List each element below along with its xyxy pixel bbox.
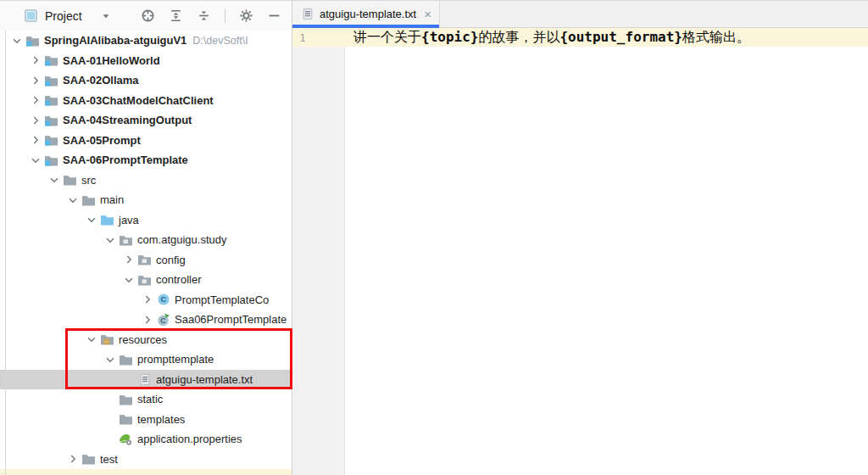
chevron-down-icon[interactable] [46, 173, 63, 187]
tree-row-label: resources [119, 333, 167, 346]
settings-button[interactable] [239, 8, 253, 23]
tree-row-label: PromptTemplateCo [175, 293, 269, 306]
chevron-down-icon[interactable] [83, 213, 100, 226]
folder-icon [119, 412, 133, 426]
project-tool-window-icon [25, 9, 37, 22]
tree-row-label: test [100, 453, 118, 466]
tree-row[interactable]: CPromptTemplateCo [0, 290, 292, 310]
hide-icon [267, 8, 281, 23]
editor-panel: atguigu-template.txt × 1 讲一个关于{topic}的故事… [292, 0, 868, 475]
tree-row-path-suffix: D:\devSoft\I [192, 35, 248, 47]
svg-text:C: C [160, 316, 166, 325]
chevron-right-icon[interactable] [27, 74, 44, 87]
tree-row-label: prompttemplate [137, 353, 214, 366]
plain-text: 的故事，并以 [478, 29, 559, 45]
tree-row[interactable]: java [0, 210, 292, 231]
chevron-down-icon[interactable] [120, 273, 137, 287]
tree-row[interactable]: SpringAIAlibaba-atguiguV1D:\devSoft\I [0, 31, 292, 51]
tree-row[interactable]: config [0, 250, 292, 271]
tree-row-label: application.properties [137, 433, 242, 445]
module-icon [44, 154, 58, 167]
tree-row[interactable]: prompttemplate [0, 349, 292, 370]
class-icon: C [156, 293, 170, 306]
tree-row[interactable]: SAA-01HelloWorld [0, 51, 292, 71]
tree-row[interactable]: controller [0, 270, 292, 290]
module-icon [44, 74, 58, 87]
editor-line-content: 讲一个关于{topic}的故事，并以{output_format}格式输出。 [353, 29, 750, 47]
package-icon [137, 273, 152, 287]
folder-icon [63, 173, 77, 187]
tree-row[interactable]: SAA-04StreamingOutput [0, 110, 292, 131]
chevron-down-icon[interactable] [101, 11, 111, 21]
tree-row[interactable]: atguigu-template.txt [0, 370, 292, 390]
locate-icon [141, 8, 155, 23]
hide-button[interactable] [267, 8, 281, 23]
chevron-right-icon[interactable] [139, 293, 156, 306]
chevron-down-icon[interactable] [83, 332, 100, 346]
module-icon [44, 93, 58, 107]
tab-label: atguigu-template.txt [320, 8, 416, 20]
tree-row-label: src [81, 174, 96, 187]
module-icon [25, 34, 40, 48]
tree-row[interactable]: com.atguigu.study [0, 230, 292, 250]
template-placeholder-token: {output_format} [559, 29, 682, 45]
chevron-down-icon[interactable] [64, 193, 81, 207]
tree-row-label: SAA-04StreamingOutput [63, 114, 192, 126]
tree-row[interactable]: SAA-02Ollama [0, 70, 292, 91]
tree-row[interactable]: SAA-05Prompt [0, 131, 292, 151]
collapse-all-icon [197, 8, 211, 23]
template-placeholder-token: {topic} [421, 29, 478, 45]
chevron-spacer [102, 412, 119, 426]
tree-row-label: templates [137, 413, 185, 426]
panel-left-line [5, 31, 6, 475]
tree-row[interactable]: SAA-03ChatModelChatClient [0, 91, 292, 111]
tree-row[interactable]: templates [0, 410, 292, 430]
chevron-spacer [102, 433, 119, 446]
tree-row[interactable]: resources [0, 330, 292, 350]
chevron-right-icon[interactable] [120, 253, 137, 266]
tree-row[interactable]: test [0, 450, 292, 470]
chevron-spacer [120, 372, 137, 386]
project-panel: Project SpringAIAlibaba-atguiguV1D:\devS… [0, 0, 292, 475]
chevron-down-icon[interactable] [27, 154, 44, 167]
package-icon [119, 233, 133, 247]
tree-row[interactable]: application.properties [0, 429, 292, 450]
module-icon [44, 133, 58, 147]
project-tree: SpringAIAlibaba-atguiguV1D:\devSoft\ISAA… [0, 31, 292, 475]
tree-row-label: SAA-06PromptTemplate [63, 154, 188, 166]
project-panel-title[interactable]: Project [45, 9, 82, 23]
folder-icon [119, 353, 133, 366]
tree-row[interactable]: static [0, 389, 292, 410]
chevron-right-icon[interactable] [27, 53, 44, 67]
tree-row[interactable]: main [0, 190, 292, 210]
chevron-right-icon[interactable] [27, 114, 44, 127]
tree-row[interactable]: CSaa06PromptTemplate [0, 310, 292, 330]
tree-row-label: main [100, 193, 124, 206]
editor-tab-bar: atguigu-template.txt × [292, 0, 868, 28]
editor-caret-line: 1 讲一个关于{topic}的故事，并以{output_format}格式输出。 [292, 28, 868, 47]
editor-gutter [292, 47, 345, 475]
chevron-right-icon[interactable] [27, 133, 44, 147]
chevron-down-icon[interactable] [102, 353, 119, 366]
gutter-line-number: 1 [292, 31, 345, 44]
chevron-down-icon[interactable] [102, 233, 119, 247]
spring-icon [119, 433, 133, 446]
tree-row[interactable] [0, 469, 292, 475]
tree-row-label: SAA-05Prompt [63, 134, 141, 147]
tree-row[interactable]: src [0, 170, 292, 191]
tree-row-label: static [137, 393, 163, 405]
chevron-right-icon[interactable] [139, 313, 156, 327]
expand-all-button[interactable] [169, 8, 183, 23]
editor-body[interactable]: 1 讲一个关于{topic}的故事，并以{output_format}格式输出。 [292, 28, 868, 475]
tab-atguigu-template[interactable]: atguigu-template.txt × [292, 1, 440, 27]
locate-button[interactable] [141, 8, 155, 23]
chevron-down-icon[interactable] [8, 34, 25, 48]
module-icon [44, 53, 58, 67]
tab-close-icon[interactable]: × [424, 8, 431, 20]
chevron-right-icon[interactable] [64, 452, 81, 466]
folder-icon [119, 393, 133, 406]
svg-text:C: C [160, 295, 166, 305]
collapse-all-button[interactable] [197, 8, 211, 23]
chevron-right-icon[interactable] [27, 93, 44, 107]
tree-row[interactable]: SAA-06PromptTemplate [0, 150, 292, 170]
